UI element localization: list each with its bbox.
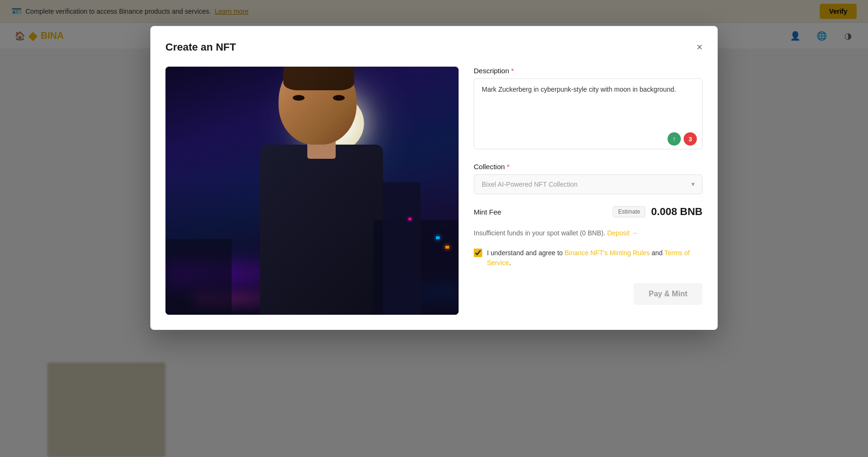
insufficient-funds-text: Insufficient funds in your spot wallet (… bbox=[474, 229, 605, 237]
badge-green: ↑ bbox=[668, 132, 681, 146]
modal-footer: Pay & Mint bbox=[474, 283, 703, 305]
window-light-1 bbox=[445, 246, 449, 249]
window-light-3 bbox=[408, 218, 411, 220]
nft-image bbox=[165, 67, 459, 315]
deposit-link[interactable]: Deposit → bbox=[607, 229, 638, 237]
collection-select[interactable]: Bixel AI-Powered NFT Collection bbox=[474, 174, 703, 194]
estimate-badge: Estimate bbox=[613, 206, 645, 217]
modal-title: Create an NFT bbox=[165, 41, 236, 53]
modal-header: Create an NFT × bbox=[165, 41, 703, 53]
window-light-2 bbox=[436, 236, 440, 239]
modal-body: Description * Mark Zuckerberg in cyberpu… bbox=[165, 67, 703, 315]
mint-fee-label: Mint Fee bbox=[474, 208, 501, 216]
collection-required: * bbox=[507, 163, 510, 171]
person-left-eye bbox=[293, 95, 304, 101]
collection-label: Collection * bbox=[474, 163, 703, 171]
person-body bbox=[260, 145, 383, 315]
mint-fee-row: Mint Fee Estimate 0.008 BNB bbox=[474, 206, 703, 218]
minting-rules-link[interactable]: Binance NFT's Minting Rules bbox=[564, 249, 650, 257]
mint-fee-field: Mint Fee Estimate 0.008 BNB bbox=[474, 206, 703, 218]
description-textarea-wrapper: Mark Zuckerberg in cyberpunk-style city … bbox=[474, 78, 703, 151]
deposit-arrow: → bbox=[632, 229, 638, 237]
person-hair bbox=[283, 67, 354, 90]
agreement-row: I understand and agree to Binance NFT's … bbox=[474, 248, 703, 268]
modal-close-button[interactable]: × bbox=[696, 42, 703, 52]
nft-image-container bbox=[165, 67, 459, 315]
badge-green-icon: ↑ bbox=[673, 135, 676, 143]
description-required: * bbox=[511, 67, 514, 75]
mint-fee-right: Estimate 0.008 BNB bbox=[613, 206, 703, 218]
badge-red-count: 3 bbox=[688, 136, 692, 143]
badge-red: 3 bbox=[684, 132, 697, 146]
pay-mint-button[interactable]: Pay & Mint bbox=[634, 283, 703, 305]
textarea-badges: ↑ 3 bbox=[668, 132, 697, 146]
agreement-text: I understand and agree to Binance NFT's … bbox=[487, 248, 703, 268]
person-head bbox=[278, 67, 356, 145]
insufficient-funds-message: Insufficient funds in your spot wallet (… bbox=[474, 229, 703, 237]
mint-fee-amount: 0.008 BNB bbox=[651, 206, 703, 218]
nft-form: Description * Mark Zuckerberg in cyberpu… bbox=[474, 67, 703, 315]
agreement-checkbox[interactable] bbox=[474, 249, 482, 257]
create-nft-modal: Create an NFT × bbox=[150, 26, 718, 330]
collection-select-wrapper: Bixel AI-Powered NFT Collection ▼ bbox=[474, 174, 703, 194]
person-right-eye bbox=[333, 95, 345, 101]
building-left bbox=[165, 239, 232, 315]
description-label: Description * bbox=[474, 67, 703, 75]
building-mid-right bbox=[383, 182, 421, 315]
collection-field: Collection * Bixel AI-Powered NFT Collec… bbox=[474, 163, 703, 194]
description-field: Description * Mark Zuckerberg in cyberpu… bbox=[474, 67, 703, 151]
